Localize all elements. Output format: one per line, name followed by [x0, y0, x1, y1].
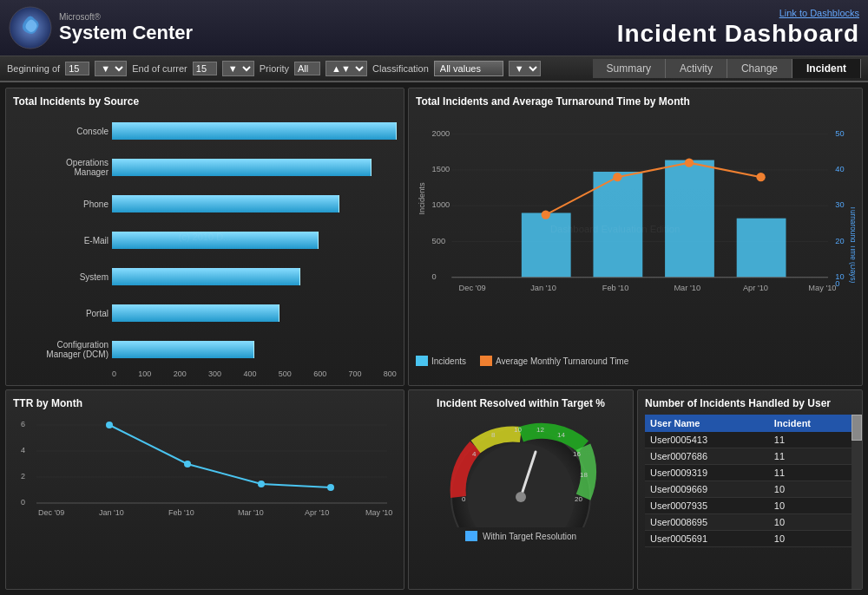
col-header-username: User Name — [645, 415, 769, 432]
cell-incident-count: 10 — [769, 498, 855, 514]
bar-row-system: System — [13, 258, 397, 295]
gauge-svg: 0 4 8 10 12 14 16 18 20 — [443, 415, 599, 527]
beginning-dropdown[interactable]: ▼ — [95, 61, 127, 76]
tab-activity[interactable]: Activity — [666, 59, 727, 78]
bar-track-portal — [112, 304, 397, 323]
gauge-container: 0 4 8 10 12 14 16 18 20 — [443, 415, 599, 527]
svg-text:20: 20 — [575, 495, 582, 503]
ttr-title: TTR by Month — [13, 397, 397, 409]
legend-turnaround-box — [480, 356, 492, 366]
bar-track-console — [112, 121, 397, 141]
svg-text:18: 18 — [580, 471, 588, 479]
table-row: User000541311 — [645, 432, 855, 448]
bar-jan10 — [522, 212, 571, 277]
ttr-panel: TTR by Month 6 4 2 0 Dec '09 Jan '10 Feb… — [5, 389, 404, 590]
bar-chart-area: Console OperationsManager Phone E-Mail — [13, 113, 397, 378]
svg-text:Feb '10: Feb '10 — [602, 284, 629, 292]
header-title-area: Link to Dashblocks Incident Dashboard — [617, 8, 859, 48]
bar-fill-email — [112, 232, 319, 249]
gauge-legend: Within Target Resolution — [465, 531, 576, 541]
bar-label-system: System — [13, 272, 108, 282]
bar-label-ops-mgr: OperationsManager — [13, 158, 108, 177]
svg-text:Incidents: Incidents — [418, 182, 426, 215]
classification-arrow[interactable]: ▼ — [509, 61, 541, 76]
priority-input[interactable] — [294, 62, 320, 75]
ttr-point-apr — [327, 484, 334, 491]
svg-text:Dec '09: Dec '09 — [459, 284, 486, 292]
cell-incident-count: 11 — [769, 448, 855, 465]
classification-label: Classification — [372, 63, 429, 74]
svg-text:Apr '10: Apr '10 — [743, 284, 768, 292]
incidents-by-user-panel: Number of Incidents Handled by User User… — [637, 389, 863, 590]
ttr-point-mar — [258, 481, 265, 487]
legend-incidents-label: Incidents — [431, 356, 466, 366]
logo-text: Microsoft® System Center — [59, 12, 193, 44]
cell-username: User0009319 — [645, 465, 769, 481]
end-dropdown[interactable]: ▼ — [222, 61, 254, 76]
svg-text:14: 14 — [557, 431, 565, 439]
svg-text:500: 500 — [432, 237, 446, 245]
system-center-label: System Center — [59, 22, 193, 44]
tab-incident[interactable]: Incident — [792, 59, 861, 78]
svg-text:6: 6 — [21, 420, 25, 428]
svg-text:Jan '10: Jan '10 — [530, 284, 556, 292]
logo-area: Microsoft® System Center — [9, 6, 193, 49]
bar-row-ops-mgr: OperationsManager — [13, 149, 397, 186]
scrollbar-thumb[interactable] — [852, 415, 862, 441]
turnaround-point-mar — [685, 158, 694, 167]
gauge-panel: Incident Resolved within Target % — [408, 389, 634, 590]
link-to-dashblocks[interactable]: Link to Dashblocks — [617, 8, 859, 18]
bar-track-email — [112, 231, 397, 250]
priority-dropdown[interactable]: ▲▼ — [326, 61, 367, 76]
svg-text:2: 2 — [21, 472, 25, 481]
svg-text:Mar '10: Mar '10 — [238, 508, 264, 517]
classification-select[interactable]: All values — [434, 61, 503, 76]
bar-track-phone — [112, 194, 397, 213]
cell-incident-count: 10 — [769, 531, 855, 547]
ttr-chart-area: 6 4 2 0 Dec '09 Jan '10 Feb '10 Mar '10 … — [13, 415, 397, 579]
cell-username: User0005413 — [645, 432, 769, 448]
svg-text:May '10: May '10 — [808, 284, 836, 292]
turnaround-line — [546, 163, 761, 215]
svg-text:Apr '10: Apr '10 — [305, 508, 329, 517]
turnaround-point-feb — [613, 173, 621, 181]
bar-fill-console — [112, 122, 397, 140]
cell-incident-count: 11 — [769, 465, 855, 481]
table-row: User000966910 — [645, 481, 855, 498]
combo-chart-title: Total Incidents and Average Turnaround T… — [416, 95, 855, 108]
legend-turnaround: Average Monthly Turnaround Time — [480, 356, 628, 366]
toolbar: Beginning of ▼ End of currer ▼ Priority … — [0, 56, 868, 82]
gauge-title: Incident Resolved within Target % — [437, 397, 605, 409]
bar-mar10 — [665, 160, 714, 278]
beginning-value-input[interactable] — [65, 62, 89, 75]
cell-incident-count: 10 — [769, 514, 855, 531]
cell-username: User0008695 — [645, 514, 769, 531]
tab-change[interactable]: Change — [727, 59, 792, 78]
tab-navigation: Summary Activity Change Incident — [593, 59, 861, 78]
svg-text:4: 4 — [472, 450, 477, 458]
bottom-right-area: Incident Resolved within Target % — [408, 389, 863, 590]
svg-text:Turnaround Time (Days): Turnaround Time (Days) — [849, 206, 855, 283]
cell-username: User0007686 — [645, 448, 769, 465]
microsoft-label: Microsoft® — [59, 12, 193, 22]
combo-chart-svg: 2000 1500 1000 500 0 Incidents 50 40 30 … — [416, 113, 855, 352]
bar-row-phone: Phone — [13, 186, 397, 222]
table-scrollbar[interactable] — [852, 415, 862, 589]
table-row: User000569110 — [645, 531, 855, 547]
bar-row-dcm: ConfigurationManager (DCM) — [13, 331, 397, 368]
bar-fill-system — [112, 268, 300, 285]
header: Microsoft® System Center Link to Dashblo… — [0, 0, 868, 56]
svg-text:Mar '10: Mar '10 — [674, 284, 700, 292]
table-row: User000869510 — [645, 514, 855, 531]
end-value-input[interactable] — [193, 62, 217, 75]
bar-fill-dcm — [112, 341, 254, 358]
cell-incident-count: 10 — [769, 481, 855, 498]
tab-summary[interactable]: Summary — [593, 59, 666, 78]
svg-text:1500: 1500 — [432, 165, 450, 173]
svg-text:20: 20 — [835, 237, 844, 245]
end-of-label: End of currer — [132, 63, 187, 74]
svg-text:30: 30 — [835, 200, 844, 209]
svg-text:0: 0 — [462, 495, 466, 503]
ttr-point-feb — [184, 461, 191, 468]
main-content: Total Incidents by Source Console Operat… — [0, 82, 868, 595]
